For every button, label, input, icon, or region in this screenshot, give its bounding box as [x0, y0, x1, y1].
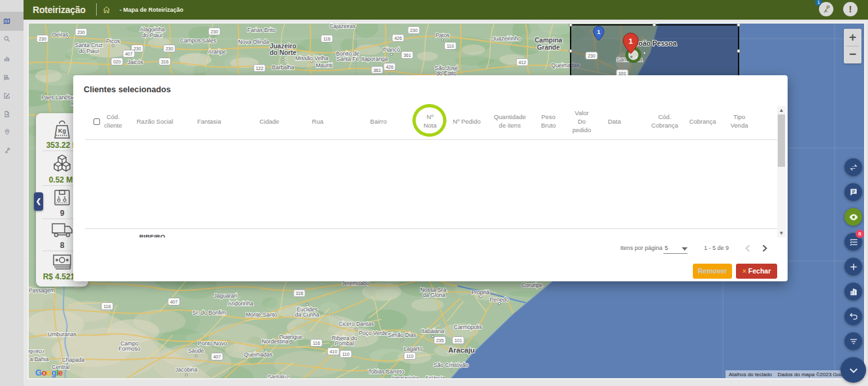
svg-text:412: 412: [518, 60, 526, 65]
svg-text:Passagem: Passagem: [29, 287, 55, 294]
svg-text:110: 110: [446, 44, 454, 48]
svg-text:Propriá: Propriá: [471, 289, 490, 296]
svg-text:Missão Velha: Missão Velha: [295, 55, 329, 61]
svg-text:122: 122: [256, 66, 263, 71]
svg-text:230: 230: [77, 30, 85, 35]
svg-text:116: 116: [312, 341, 320, 345]
svg-text:Tobias Barreto: Tobias Barreto: [369, 368, 405, 375]
svg-text:a Bahia: a Bahia: [30, 356, 49, 362]
svg-text:Lagarto: Lagarto: [404, 345, 423, 352]
svg-text:1: 1: [597, 29, 600, 35]
svg-text:Itaporanga: Itaporanga: [361, 56, 388, 62]
svg-text:230: 230: [133, 46, 141, 51]
svg-text:407: 407: [170, 300, 178, 304]
svg-text:Farias Brito: Farias Brito: [247, 27, 276, 33]
svg-text:426: 426: [386, 65, 393, 69]
svg-text:Penedo: Penedo: [490, 296, 509, 303]
svg-text:316: 316: [161, 60, 169, 64]
svg-text:do Piauí: do Piauí: [142, 32, 163, 39]
svg-text:do Norte: do Norte: [269, 49, 297, 56]
svg-text:Patos: Patos: [435, 32, 450, 39]
svg-text:116: 116: [323, 37, 330, 41]
svg-text:Jaicós: Jaicós: [127, 59, 143, 65]
svg-text:Campos Sales: Campos Sales: [180, 37, 216, 44]
svg-text:do Piauí: do Piauí: [78, 48, 99, 54]
svg-text:João Pessoa: João Pessoa: [635, 39, 676, 47]
svg-text:Cajazeiras: Cajazeiras: [329, 24, 356, 29]
svg-text:Saúde: Saúde: [188, 347, 205, 354]
svg-text:426: 426: [394, 36, 402, 41]
svg-text:Mauriti: Mauriti: [316, 62, 333, 69]
svg-text:Nordestina: Nordestina: [261, 338, 288, 345]
svg-text:Carmópolis: Carmópolis: [454, 324, 482, 330]
svg-text:110: 110: [342, 352, 349, 357]
svg-text:Umburanas: Umburanas: [48, 331, 76, 338]
svg-text:Araripe: Araripe: [208, 48, 226, 55]
svg-text:Formoso: Formoso: [118, 345, 141, 352]
svg-text:Itabaiana: Itabaiana: [422, 328, 444, 334]
svg-text:361: 361: [373, 68, 381, 73]
svg-text:Jacobina: Jacobina: [175, 366, 197, 373]
svg-text:407: 407: [125, 52, 133, 56]
svg-text:Nova Olinda: Nova Olinda: [239, 39, 269, 45]
svg-text:230: 230: [588, 54, 595, 58]
svg-text:230: 230: [410, 28, 418, 33]
svg-text:Jaguarari: Jaguarari: [214, 292, 237, 299]
svg-text:Ponto Novo: Ponto Novo: [198, 340, 227, 347]
svg-text:230: 230: [210, 29, 218, 34]
svg-text:Sr. do Bonfim: Sr. do Bonfim: [192, 309, 225, 316]
svg-text:Campina: Campina: [535, 37, 563, 44]
svg-text:Grande: Grande: [537, 44, 559, 51]
svg-text:Queimadas: Queimadas: [244, 351, 272, 358]
svg-text:São Cristóvão: São Cristóvão: [433, 362, 469, 368]
svg-text:Oeiras: Oeiras: [52, 31, 68, 38]
svg-text:da Cunha: da Cunha: [295, 311, 320, 318]
svg-text:Itabalaninha: Itabalaninha: [392, 375, 420, 378]
svg-text:116: 116: [295, 291, 303, 296]
svg-text:Santa Fé: Santa Fé: [337, 56, 359, 62]
svg-text:Aracaju: Aracaju: [448, 346, 475, 354]
svg-text:407: 407: [213, 355, 221, 359]
svg-text:Kg: Kg: [58, 128, 66, 134]
svg-text:230: 230: [165, 46, 173, 51]
svg-text:361: 361: [403, 53, 411, 58]
svg-text:Poço Verde: Poço Verde: [359, 330, 388, 336]
svg-text:Cicero Dantas: Cicero Dantas: [339, 321, 374, 327]
svg-text:Monte Santo: Monte Santo: [246, 311, 277, 318]
svg-text:410: 410: [329, 349, 337, 354]
svg-text:da Glória: da Glória: [423, 292, 446, 298]
svg-text:Coruripe: Coruripe: [522, 282, 543, 289]
svg-text:Estância: Estância: [426, 375, 446, 378]
svg-text:Pombal: Pombal: [335, 340, 354, 347]
svg-text:101: 101: [454, 338, 462, 343]
svg-text:Piancó: Piancó: [383, 46, 400, 53]
svg-text:Barbalha: Barbalha: [272, 64, 294, 71]
svg-text:116: 116: [103, 304, 110, 309]
svg-text:aguaçu: aguaçu: [29, 348, 44, 354]
svg-text:110: 110: [406, 354, 413, 359]
svg-text:Juazeirinho: Juazeirinho: [492, 35, 521, 42]
svg-text:1: 1: [629, 37, 633, 45]
svg-text:Simão Dias: Simão Dias: [388, 332, 416, 338]
svg-text:Chapada: Chapada: [62, 357, 85, 363]
svg-text:235: 235: [436, 338, 444, 343]
svg-text:230: 230: [39, 37, 46, 41]
svg-text:Picos: Picos: [107, 38, 120, 44]
svg-text:Santaluz: Santaluz: [267, 374, 289, 378]
svg-text:020: 020: [113, 60, 121, 64]
svg-text:Andorinha: Andorinha: [228, 300, 254, 307]
